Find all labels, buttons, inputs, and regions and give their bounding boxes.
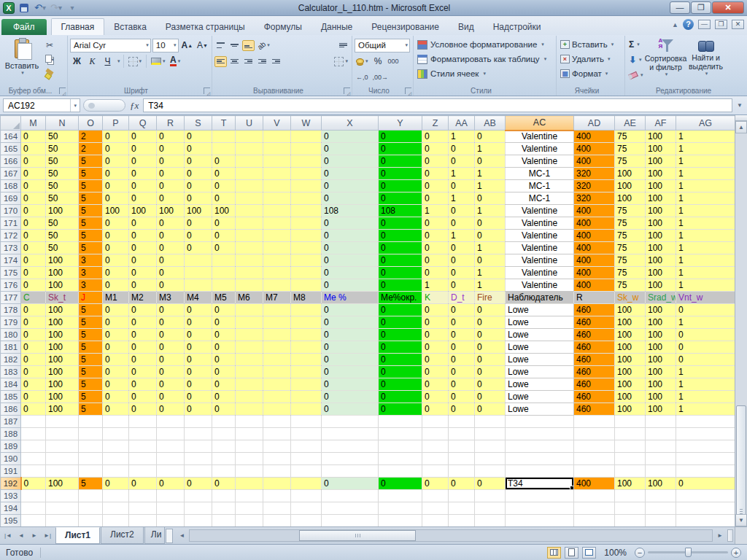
- cell-AD176[interactable]: 400: [574, 279, 615, 292]
- cell-AG179[interactable]: 1: [676, 316, 735, 329]
- cell-T168[interactable]: 0: [212, 180, 236, 192]
- cell-O177[interactable]: J: [79, 292, 103, 304]
- cell-Q176[interactable]: 0: [129, 279, 157, 292]
- cell-AD195[interactable]: [574, 515, 615, 527]
- cell-O193[interactable]: [79, 490, 103, 502]
- col-header-AE[interactable]: AE: [615, 116, 646, 131]
- cell-U169[interactable]: [236, 192, 263, 205]
- cell-Y167[interactable]: 0: [379, 168, 422, 180]
- cell-AB193[interactable]: [475, 490, 506, 502]
- cell-S174[interactable]: [185, 254, 212, 267]
- cell-X181[interactable]: 0: [322, 341, 379, 354]
- cell-P171[interactable]: 0: [103, 217, 129, 230]
- cell-W186[interactable]: [291, 403, 322, 416]
- cell-styles-button[interactable]: Стили ячеек▾: [416, 66, 554, 81]
- cell-V167[interactable]: [263, 168, 291, 180]
- cell-AB186[interactable]: 0: [475, 403, 506, 416]
- cell-S195[interactable]: [185, 515, 212, 527]
- cell-AF192[interactable]: 100: [646, 478, 676, 490]
- tab-split-handle[interactable]: [727, 529, 733, 542]
- cell-AE171[interactable]: 75: [615, 217, 646, 230]
- cell-U195[interactable]: [236, 515, 263, 527]
- cell-R165[interactable]: 0: [157, 143, 185, 155]
- cell-N173[interactable]: 50: [46, 242, 79, 254]
- row-header-174[interactable]: 174: [1, 254, 21, 267]
- cell-T188[interactable]: [212, 428, 236, 440]
- cell-AA172[interactable]: 1: [449, 230, 475, 242]
- row-header-171[interactable]: 171: [1, 217, 21, 230]
- row-header-178[interactable]: 178: [1, 304, 21, 316]
- cell-R192[interactable]: 0: [157, 478, 185, 490]
- cell-N169[interactable]: 50: [46, 192, 79, 205]
- cell-Y173[interactable]: 0: [379, 242, 422, 254]
- row-header-181[interactable]: 181: [1, 341, 21, 354]
- cell-Q193[interactable]: [129, 490, 157, 502]
- borders-button[interactable]: ▾: [127, 55, 144, 69]
- cell-M164[interactable]: 0: [21, 131, 46, 143]
- font-dialog-launcher[interactable]: [204, 88, 210, 94]
- cell-X167[interactable]: 0: [322, 168, 379, 180]
- cell-M188[interactable]: [21, 428, 46, 440]
- row-header-176[interactable]: 176: [1, 279, 21, 292]
- cell-P178[interactable]: 0: [103, 304, 129, 316]
- cell-Y178[interactable]: 0: [379, 304, 422, 316]
- cell-W177[interactable]: M8: [291, 292, 322, 304]
- cell-Y179[interactable]: 0: [379, 316, 422, 329]
- row-header-190[interactable]: 190: [1, 453, 21, 465]
- cell-W165[interactable]: [291, 143, 322, 155]
- cell-S188[interactable]: [185, 428, 212, 440]
- row-header-192[interactable]: 192: [1, 478, 21, 490]
- cell-AD188[interactable]: [574, 428, 615, 440]
- cell-M191[interactable]: [21, 465, 46, 478]
- align-right-icon[interactable]: [242, 56, 255, 67]
- cell-W174[interactable]: [291, 254, 322, 267]
- cell-AB178[interactable]: 0: [475, 304, 506, 316]
- cell-N191[interactable]: [46, 465, 79, 478]
- minimize-button[interactable]: —: [670, 1, 690, 14]
- cell-AG167[interactable]: 1: [676, 168, 735, 180]
- cell-W178[interactable]: [291, 304, 322, 316]
- cell-AB169[interactable]: 0: [475, 192, 506, 205]
- fill-button[interactable]: ⬇▾: [627, 52, 645, 67]
- cell-R189[interactable]: [157, 440, 185, 453]
- row-header-193[interactable]: 193: [1, 490, 21, 502]
- cell-X177[interactable]: Me %: [322, 292, 379, 304]
- cell-U186[interactable]: [236, 403, 263, 416]
- sheet-tab-partial[interactable]: [166, 529, 173, 543]
- cell-AB187[interactable]: [475, 416, 506, 428]
- cell-AC181[interactable]: Lowe: [506, 341, 574, 354]
- cell-O191[interactable]: [79, 465, 103, 478]
- cell-U168[interactable]: [236, 180, 263, 192]
- cut-button[interactable]: ✂: [42, 39, 57, 52]
- tab-addins[interactable]: Надстройки: [484, 19, 551, 35]
- cell-R185[interactable]: 0: [157, 391, 185, 403]
- cell-AD191[interactable]: [574, 465, 615, 478]
- cell-N185[interactable]: 100: [46, 391, 79, 403]
- cell-Z188[interactable]: [422, 428, 449, 440]
- cell-AD183[interactable]: 460: [574, 366, 615, 378]
- cell-Z189[interactable]: [422, 440, 449, 453]
- cell-AE195[interactable]: [615, 515, 646, 527]
- cell-S179[interactable]: 0: [185, 316, 212, 329]
- cell-AE190[interactable]: [615, 453, 646, 465]
- cell-AD171[interactable]: 400: [574, 217, 615, 230]
- cell-S172[interactable]: 0: [185, 230, 212, 242]
- row-header-166[interactable]: 166: [1, 155, 21, 168]
- cell-V193[interactable]: [263, 490, 291, 502]
- cell-AA168[interactable]: 0: [449, 180, 475, 192]
- row-header-194[interactable]: 194: [1, 502, 21, 515]
- cell-AE185[interactable]: 100: [615, 391, 646, 403]
- cell-N170[interactable]: 100: [46, 205, 79, 217]
- cell-AF188[interactable]: [646, 428, 676, 440]
- cell-AE187[interactable]: [615, 416, 646, 428]
- cell-AC169[interactable]: MC-1: [506, 192, 574, 205]
- cell-Y164[interactable]: 0: [379, 131, 422, 143]
- cell-R172[interactable]: 0: [157, 230, 185, 242]
- cell-M178[interactable]: 0: [21, 304, 46, 316]
- vertical-split-handle[interactable]: [735, 115, 747, 121]
- cell-AA170[interactable]: 0: [449, 205, 475, 217]
- cell-R167[interactable]: 0: [157, 168, 185, 180]
- cell-U174[interactable]: [236, 254, 263, 267]
- doc-minimize-icon[interactable]: —: [698, 20, 711, 29]
- cell-O172[interactable]: 5: [79, 230, 103, 242]
